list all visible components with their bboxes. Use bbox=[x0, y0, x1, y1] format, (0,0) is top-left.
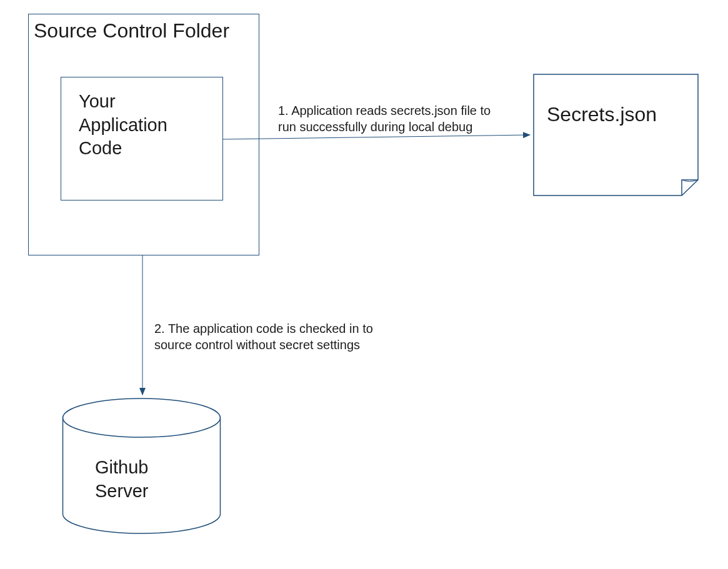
application-code-label: YourApplicationCode bbox=[79, 90, 167, 161]
github-server-label: GithubServer bbox=[95, 456, 148, 503]
secrets-document-shape bbox=[533, 74, 699, 196]
application-code-box: YourApplicationCode bbox=[61, 77, 223, 200]
arrow-label-secrets: 1. Application reads secrets.json file t… bbox=[278, 102, 528, 135]
source-control-folder-title: Source Control Folder bbox=[34, 19, 229, 42]
secrets-document-label: Secrets.json bbox=[547, 103, 657, 126]
diagram-container: Source Control Folder YourApplicationCod… bbox=[0, 0, 728, 569]
svg-point-0 bbox=[63, 398, 221, 437]
arrow-to-secrets bbox=[223, 135, 530, 139]
arrow-label-github: 2. The application code is checked in to… bbox=[154, 320, 392, 353]
